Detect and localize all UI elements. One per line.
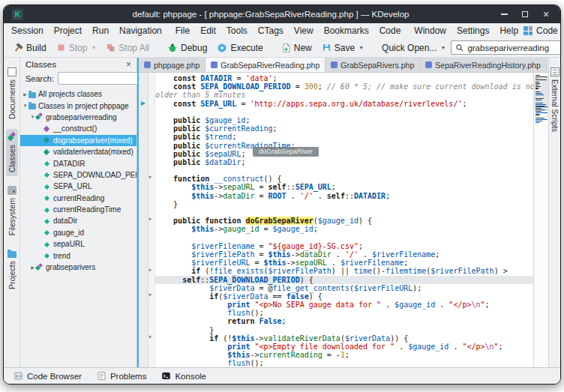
debug-icon xyxy=(167,43,178,53)
menu-item-session[interactable]: Session xyxy=(6,25,49,37)
quick-open-button[interactable]: Quick Open... ▼ xyxy=(377,41,450,55)
editor-tab-separiverreadinghistory-php[interactable]: SepaRiverReadingHistory.php xyxy=(420,58,546,72)
minimize-button[interactable] xyxy=(500,10,508,19)
code-line: older than 5 minutes xyxy=(155,91,533,99)
menu-item-run[interactable]: Run xyxy=(87,25,114,37)
minimap-scrollbar[interactable] xyxy=(533,73,548,367)
menu-item-navigation[interactable]: Navigation xyxy=(114,25,167,37)
tree-item-datadir[interactable]: DATADIR xyxy=(20,157,136,169)
code-line: self::SEPA_DOWNLOAD_PERIOD) { xyxy=(155,276,533,284)
fold-arrow-icon[interactable]: ▾ xyxy=(148,292,152,298)
menu-item-file[interactable]: File xyxy=(170,25,195,37)
stop-button[interactable]: Stop ▼ xyxy=(52,41,101,55)
tree-item-grabseparivers[interactable]: ▶grabseparivers xyxy=(20,262,136,273)
tree-down-arrow-icon[interactable]: ▼ xyxy=(22,103,28,108)
stop-all-button[interactable]: Stop All xyxy=(101,41,154,55)
minimap-visible-range[interactable] xyxy=(534,76,548,111)
menu-item-code[interactable]: Code xyxy=(374,25,406,37)
dock-tab-projects[interactable]: Projects xyxy=(6,246,18,293)
tree-item-all-projects-classes[interactable]: ▶All projects classes xyxy=(20,88,136,100)
konsole-button[interactable]: Konsole xyxy=(156,370,212,382)
code-line: $this->currentReading = -1; xyxy=(155,351,533,359)
tree-item-datadir[interactable]: dataDir xyxy=(20,215,136,226)
code-line: $this->sepaURL = self::SEPA_URL; xyxy=(155,183,533,191)
close-button[interactable]: × xyxy=(542,10,550,19)
cls-icon xyxy=(36,113,44,121)
left-dock-strip: DocumentsClassesFilesystemProjects xyxy=(4,58,20,367)
fold-arrow-icon[interactable]: ▾ xyxy=(148,216,152,223)
chevron-down-icon: ▼ xyxy=(440,45,446,50)
dock-tab-external-scripts[interactable]: External Scripts xyxy=(549,64,561,136)
new-button[interactable]: New xyxy=(277,41,316,55)
menu-item-view[interactable]: View xyxy=(289,25,319,37)
status-bar: Code Browser Problems Konsole xyxy=(4,367,560,384)
fold-arrow-icon[interactable]: ▾ xyxy=(148,334,152,340)
code-line: public $dataDir; xyxy=(155,158,533,166)
menu-item-tools[interactable]: Tools xyxy=(221,25,253,37)
search-input[interactable] xyxy=(467,43,561,52)
stop-icon xyxy=(56,43,66,52)
save-button[interactable]: Save ▼ xyxy=(317,41,368,55)
code-area[interactable]: const DATADIR = 'data'; const SEPA_DOWNL… xyxy=(155,73,533,367)
fold-arrow-icon[interactable]: ▾ xyxy=(148,174,152,181)
editor-tab-grabsepariverreading-php[interactable]: GrabSepaRiverReading.php xyxy=(206,58,326,72)
menu-item-ctags[interactable]: CTags xyxy=(253,25,289,37)
tree-item-validateriverdata-mixed[interactable]: validateriverdata(mixed) xyxy=(20,146,136,157)
dock-tab-classes[interactable]: Classes xyxy=(6,129,18,176)
documents-icon xyxy=(8,67,16,76)
debug-button[interactable]: Debug xyxy=(163,41,212,55)
tree-item-gauge-id[interactable]: gauge_id xyxy=(20,227,136,238)
code-line xyxy=(155,166,533,175)
tree-item-currentreading[interactable]: currentReading xyxy=(20,193,136,204)
external-scripts-icon xyxy=(550,67,560,76)
tree-item-trend[interactable]: trend xyxy=(20,250,136,261)
code-line: public function doGrabSepaRiver($gauge_i… xyxy=(155,217,533,225)
menu-item-help[interactable]: Help xyxy=(494,25,524,37)
hammer-icon xyxy=(13,43,23,53)
tree-item-construct[interactable]: __construct() xyxy=(20,123,136,134)
code-line: if (!file_exists($riverFilePath) || time… xyxy=(155,267,533,275)
tree-item-sepa-download-period[interactable]: SEPA_DOWNLOAD_PERIOD xyxy=(20,169,136,181)
title-bar[interactable]: K default: phppage - [ phppage:GrabSepaR… xyxy=(4,5,560,23)
menu-item-settings[interactable]: Settings xyxy=(452,25,494,37)
chevron-down-icon: ▼ xyxy=(91,45,96,50)
editor-tab-grabseparivers-php[interactable]: GrabSepaRivers.php xyxy=(326,58,420,72)
area-switcher-code-button[interactable]: Code xyxy=(524,25,561,36)
class-tree[interactable]: ▶All projects classes▼Classes in project… xyxy=(20,88,136,367)
menu-item-bookmarks[interactable]: Bookmarks xyxy=(319,25,374,37)
close-panel-button[interactable]: × xyxy=(126,61,131,68)
code-line: print "<p>Empty file downloaded for " . … xyxy=(155,343,533,351)
tree-right-arrow-icon[interactable]: ▶ xyxy=(22,91,28,97)
code-line: const SEPA_URL = 'http://apps.sepa.org.u… xyxy=(155,100,533,108)
global-search-field[interactable]: ▼ xyxy=(451,40,561,55)
maximize-button[interactable] xyxy=(520,10,530,19)
kdevelop-window: K default: phppage - [ phppage:GrabSepaR… xyxy=(3,4,561,385)
code-line: public $currentReading; xyxy=(155,124,533,133)
build-button[interactable]: Build xyxy=(8,41,51,55)
code-browser-button[interactable]: Code Browser xyxy=(8,370,87,382)
code-line xyxy=(155,234,533,242)
dock-tab-filesystem[interactable]: Filesystem xyxy=(6,182,18,239)
code-line: function __construct() { xyxy=(155,175,533,183)
menu-item-project[interactable]: Project xyxy=(49,25,87,37)
tree-item-classes-in-project-phppage[interactable]: ▼Classes in project phppage xyxy=(20,100,136,111)
tree-item-currentreadingtime[interactable]: currentReadingTime xyxy=(20,204,136,215)
editor-tab-phppage-php[interactable]: phppage.php xyxy=(139,58,206,72)
tree-item-sepaurl[interactable]: sepaURL xyxy=(20,238,136,250)
code-line: flush(); xyxy=(155,309,533,317)
menu-item-edit[interactable]: Edit xyxy=(195,25,221,37)
problems-button[interactable]: Problems xyxy=(92,370,152,382)
fold-arrow-icon[interactable]: ▾ xyxy=(148,267,152,274)
dock-tab-documents[interactable]: Documents xyxy=(6,64,18,123)
bookmark-icon xyxy=(141,101,146,106)
debug-label: Debug xyxy=(181,43,207,53)
execute-button[interactable]: Execute xyxy=(212,41,267,55)
code-folding-strip[interactable]: ▾▾▾▾▾ xyxy=(148,73,155,367)
menu-item-window[interactable]: Window xyxy=(409,25,452,37)
icon-border[interactable] xyxy=(139,73,148,367)
code-line: $this->gauge_id = $gauge_id; xyxy=(155,225,533,233)
tree-item-grabsepariverreading[interactable]: ▼grabsepariverreading xyxy=(20,112,136,123)
tree-item-sepa-url[interactable]: SEPA_URL xyxy=(20,181,136,192)
tree-item-dograbsepariver-mixed[interactable]: dograbsepariver(mixed) xyxy=(20,135,136,146)
ctor-icon xyxy=(44,125,51,133)
